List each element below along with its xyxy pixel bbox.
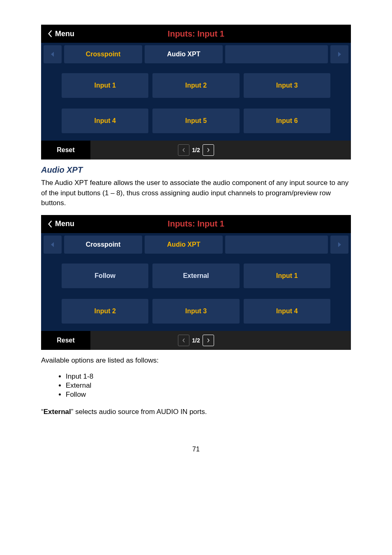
input-6-button[interactable]: Input 6: [244, 109, 330, 133]
option-item: Input 1-8: [66, 372, 351, 381]
back-label: Menu: [55, 30, 74, 38]
option-item: Follow: [66, 391, 351, 399]
input-3-button[interactable]: Input 3: [244, 73, 330, 98]
panel-title: Inputs: Input 1: [41, 219, 351, 229]
input-1-button[interactable]: Input 1: [62, 73, 148, 98]
chevron-right-icon: [336, 51, 343, 58]
bottom-bar: Reset 1/2: [41, 331, 351, 350]
follow-button[interactable]: Follow: [62, 264, 148, 288]
tab-row: Crosspoint Audio XPT: [41, 233, 351, 256]
menu-back-button[interactable]: Menu: [41, 220, 74, 228]
option-item: External: [66, 382, 351, 390]
input-2-button[interactable]: Input 2: [152, 73, 239, 98]
page-number: 71: [41, 446, 351, 453]
page-indicator: 1/2: [192, 337, 200, 344]
page-indicator: 1/2: [192, 147, 200, 153]
section-heading: Audio XPT: [41, 165, 351, 175]
input-grid: Input 1 Input 2 Input 3 Input 4 Input 5 …: [41, 66, 351, 141]
input-1-button[interactable]: Input 1: [244, 264, 330, 288]
tab-crosspoint[interactable]: Crosspoint: [64, 45, 142, 63]
section-paragraph: The Audio XPT feature allows the user to…: [41, 178, 351, 208]
tab-audio-xpt[interactable]: Audio XPT: [145, 236, 223, 254]
chevron-left-icon: [49, 51, 56, 58]
tab-prev-button[interactable]: [44, 236, 62, 254]
bottom-bar: Reset 1/2: [41, 141, 351, 160]
top-bar: Menu Inputs: Input 1: [41, 25, 351, 43]
top-bar: Menu Inputs: Input 1: [41, 215, 351, 233]
option-list: Input 1-8 External Follow: [41, 372, 351, 399]
external-button[interactable]: External: [152, 264, 239, 288]
input-5-button[interactable]: Input 5: [152, 109, 239, 133]
back-chevron-icon: [48, 220, 53, 228]
chevron-right-icon: [206, 148, 210, 152]
external-note: “External” selects audio source from AUD…: [41, 407, 351, 417]
page-next-button[interactable]: [203, 335, 214, 346]
reset-button[interactable]: Reset: [41, 141, 90, 160]
chevron-left-icon: [49, 241, 56, 248]
tab-crosspoint[interactable]: Crosspoint: [64, 236, 142, 254]
tab-next-button[interactable]: [330, 236, 348, 254]
available-intro: Available options are listed as follows:: [41, 356, 351, 366]
tab-row: Crosspoint Audio XPT: [41, 43, 351, 66]
page-prev-button[interactable]: [178, 335, 189, 346]
chevron-left-icon: [182, 148, 186, 152]
input-3-button[interactable]: Input 3: [152, 299, 239, 324]
chevron-right-icon: [336, 241, 343, 248]
page-next-button[interactable]: [203, 144, 214, 156]
tab-next-button[interactable]: [330, 45, 348, 63]
panel-audio-xpt: Menu Inputs: Input 1 Crosspoint Audio XP…: [41, 215, 351, 350]
chevron-left-icon: [182, 338, 186, 342]
input-2-button[interactable]: Input 2: [62, 299, 148, 324]
tab-prev-button[interactable]: [44, 45, 62, 63]
panel-title: Inputs: Input 1: [41, 29, 351, 39]
menu-back-button[interactable]: Menu: [41, 30, 74, 38]
back-label: Menu: [55, 220, 74, 228]
page-prev-button[interactable]: [178, 144, 189, 156]
tab-spacer: [225, 236, 328, 254]
tab-audio-xpt[interactable]: Audio XPT: [145, 45, 223, 63]
reset-button[interactable]: Reset: [41, 331, 90, 350]
input-4-button[interactable]: Input 4: [62, 109, 148, 133]
tab-spacer: [225, 45, 328, 63]
option-grid: Follow External Input 1 Input 2 Input 3 …: [41, 256, 351, 331]
back-chevron-icon: [48, 30, 53, 37]
chevron-right-icon: [206, 338, 210, 342]
input-4-button[interactable]: Input 4: [244, 299, 330, 324]
panel-crosspoint: Menu Inputs: Input 1 Crosspoint Audio XP…: [41, 25, 351, 160]
